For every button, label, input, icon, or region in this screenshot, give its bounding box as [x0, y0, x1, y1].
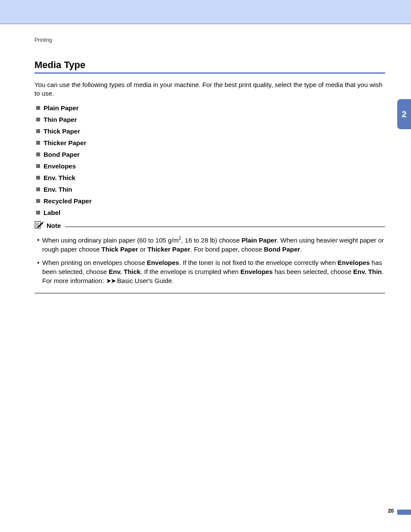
media-label: Env. Thick	[44, 174, 75, 181]
list-item: Recycled Paper	[36, 197, 385, 205]
note-body: • When using ordinary plain paper (60 to…	[34, 233, 385, 293]
bullet-icon	[36, 211, 40, 215]
media-label: Thick Paper	[44, 128, 80, 135]
bullet-icon	[36, 164, 40, 168]
breadcrumb: Printing	[34, 37, 385, 43]
note-rule-bottom	[34, 293, 385, 293]
bullet-icon	[36, 118, 40, 121]
page-content: Printing Media Type You can use the foll…	[0, 24, 411, 293]
list-item: Thin Paper	[36, 116, 385, 123]
list-item: Thick Paper	[36, 128, 385, 135]
list-item: Bond Paper	[36, 151, 385, 158]
bullet-icon	[36, 129, 40, 133]
list-item: Plain Paper	[36, 104, 385, 112]
list-item: Envelopes	[36, 162, 385, 170]
arrow-icon: ➤➤	[106, 277, 115, 284]
note-title: Note	[47, 222, 61, 229]
page-number: 20	[388, 508, 394, 514]
media-label: Bond Paper	[44, 151, 80, 158]
note-text-2: When printing on envelopes choose Envelo…	[42, 258, 385, 285]
note-text-1: When using ordinary plain paper (60 to 1…	[42, 235, 385, 254]
media-label: Thin Paper	[44, 116, 77, 123]
section-title: Media Type	[34, 59, 385, 71]
list-item: Env. Thick	[36, 174, 385, 181]
note-rule-top	[65, 227, 385, 227]
footer-accent	[397, 510, 411, 515]
list-item: Label	[36, 209, 385, 216]
bullet-icon	[36, 106, 40, 110]
note-icon	[34, 221, 44, 231]
bullet-icon	[36, 199, 40, 203]
page-footer: 20	[0, 507, 411, 515]
bullet-dot: •	[34, 258, 42, 285]
media-label: Envelopes	[44, 162, 76, 170]
note-item-1: • When using ordinary plain paper (60 to…	[34, 235, 385, 254]
chapter-tab: 2	[397, 99, 411, 129]
media-label: Env. Thin	[44, 186, 72, 193]
list-item: Env. Thin	[36, 186, 385, 193]
bullet-dot: •	[34, 235, 42, 254]
header-band	[0, 0, 411, 24]
media-label: Plain Paper	[44, 104, 79, 112]
intro-text: You can use the following types of media…	[34, 81, 385, 98]
list-item: Thicker Paper	[36, 139, 385, 146]
bullet-icon	[36, 176, 40, 180]
note-item-2: • When printing on envelopes choose Enve…	[34, 258, 385, 285]
section-underline	[34, 72, 385, 74]
note-header: Note	[34, 221, 385, 231]
media-label: Recycled Paper	[44, 197, 92, 205]
bullet-icon	[36, 141, 40, 145]
media-label: Thicker Paper	[44, 139, 86, 146]
bullet-icon	[36, 152, 40, 156]
bullet-icon	[36, 187, 40, 191]
media-type-list: Plain Paper Thin Paper Thick Paper Thick…	[36, 104, 385, 216]
media-label: Label	[44, 209, 60, 216]
